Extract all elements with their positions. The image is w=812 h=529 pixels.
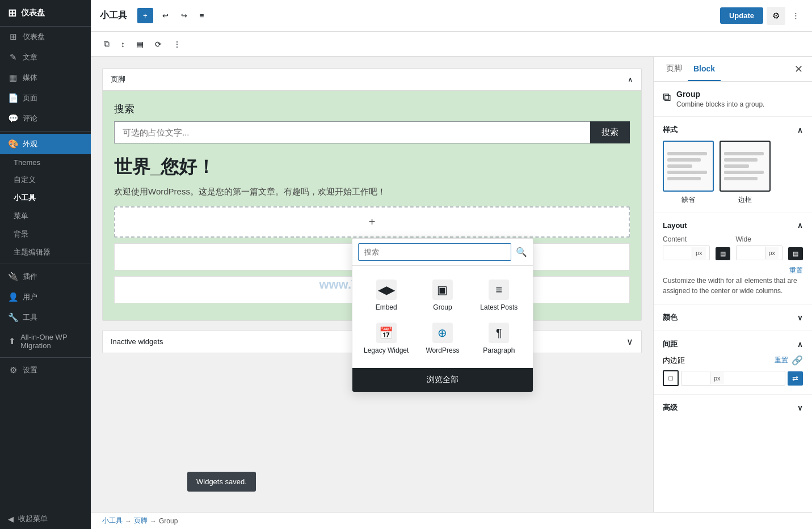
search-row: 搜索 [114, 121, 630, 143]
sidebar-item-plugins[interactable]: 🔌 插件 [0, 266, 91, 287]
sidebar-item-dashboard[interactable]: ⊞ 仪表盘 [0, 27, 91, 47]
inserter-item-wordpress[interactable]: ⊕ WordPress [414, 317, 470, 360]
sidebar-item-users[interactable]: 👤 用户 [0, 287, 91, 307]
sidebar-item-aio[interactable]: ⬆ All-in-One WP Migration [0, 328, 91, 355]
style-option-bordered[interactable]: 边框 [720, 141, 771, 205]
inserter-search-input[interactable] [358, 243, 511, 261]
collapse-menu-button[interactable]: ◀ 收起菜单 [0, 509, 91, 529]
style-toggle-icon[interactable]: ∧ [797, 126, 803, 134]
sidebar-item-appearance[interactable]: 🎨 外观 [0, 134, 91, 154]
spacing-input[interactable] [681, 371, 710, 385]
settings-button[interactable]: ⚙ [767, 7, 785, 25]
collapse-label: 收起菜单 [18, 514, 48, 524]
breadcrumb-sep-1: → [125, 517, 132, 525]
sidebar-item-posts[interactable]: ✎ 文章 [0, 47, 91, 67]
add-block-row[interactable]: + [114, 206, 630, 238]
redo-button[interactable]: ↪ [178, 8, 191, 23]
group-info: ⧉ Group Combine blocks into a group. [654, 82, 812, 117]
inserter-item-latest-posts[interactable]: ≡ Latest Posts [471, 274, 527, 317]
breadcrumb-item-widgets[interactable]: 小工具 [102, 516, 123, 526]
submenu-item-theme-editor[interactable]: 主题编辑器 [8, 243, 91, 261]
tab-block[interactable]: Block [688, 57, 721, 81]
spacing-input-group: px [681, 371, 785, 386]
content-label: Content [663, 235, 710, 243]
more-options-button[interactable]: ⋮ [789, 8, 803, 23]
main-area: 小工具 + ↩ ↪ ≡ Update ⚙ ⋮ ⧉ ↕ ▤ [91, 0, 812, 529]
color-toggle-icon[interactable]: ∨ [797, 314, 803, 322]
latest-posts-label: Latest Posts [480, 303, 518, 311]
update-button[interactable]: Update [720, 7, 763, 24]
chevron-up-icon[interactable]: ∧ [628, 75, 633, 84]
sidebar-divider [0, 131, 91, 132]
content-area: 页脚 ∧ 搜索 搜索 世界_您好！ 欢迎使用WordPress。这是您的第一篇文 [91, 57, 812, 512]
add-block-button[interactable]: + [137, 8, 153, 23]
appearance-submenu: Themes 自定义 小工具 菜单 背景 主题编辑器 [0, 154, 91, 261]
submenu-label: 主题编辑器 [14, 248, 51, 256]
chevron-down-icon[interactable]: ∨ [626, 336, 633, 347]
submenu-item-widgets[interactable]: 小工具 [8, 189, 91, 207]
breadcrumb-item-footer[interactable]: 页脚 [134, 516, 148, 526]
group-title: Group [676, 90, 764, 99]
collapse-icon: ◀ [8, 515, 14, 523]
tab-page[interactable]: 页脚 [660, 57, 688, 82]
content-align-button[interactable]: ▤ [716, 247, 730, 260]
settings-icon: ⚙ [8, 365, 18, 375]
search-submit-button[interactable]: 搜索 [590, 121, 630, 143]
sidebar-logo[interactable]: ⊞ 仪表盘 [0, 0, 91, 27]
submenu-item-menu[interactable]: 菜单 [8, 207, 91, 225]
sidebar-item-media[interactable]: ▦ 媒体 [0, 67, 91, 88]
wide-label: Wide [736, 235, 783, 243]
spacing-link-button[interactable]: ⇄ [788, 371, 803, 386]
content-input-group: px [663, 246, 710, 260]
sidebar-item-label: 用户 [23, 292, 37, 302]
browse-all-button[interactable]: 浏览全部 [352, 368, 533, 392]
search-input[interactable] [114, 121, 590, 143]
tools-button[interactable]: ≡ [196, 8, 208, 23]
more-icon: ⋮ [173, 40, 181, 49]
sidebar-item-tools[interactable]: 🔧 工具 [0, 307, 91, 328]
submenu-label: 菜单 [14, 211, 28, 220]
users-icon: 👤 [8, 292, 18, 302]
layout-section: Layout ∧ Content px ▤ Wide [654, 213, 812, 304]
sidebar-item-comments[interactable]: 💬 评论 [0, 108, 91, 129]
undo-button[interactable]: ↩ [159, 8, 172, 23]
spacing-toggle-icon[interactable]: ∧ [797, 340, 803, 349]
reset-link[interactable]: 重置 [663, 266, 803, 276]
block-link-button[interactable]: ⧉ [100, 36, 113, 52]
content-input[interactable] [663, 246, 692, 260]
inserter-item-group[interactable]: ▣ Group [414, 274, 470, 317]
hello-heading: 世界_您好！ [114, 155, 630, 180]
panel-close-button[interactable]: ✕ [792, 61, 805, 78]
wide-input[interactable] [737, 246, 765, 260]
style-option-default[interactable]: 缺省 [663, 141, 714, 205]
top-toolbar: 小工具 + ↩ ↪ ≡ Update ⚙ ⋮ [91, 0, 812, 32]
inserter-item-paragraph[interactable]: ¶ Paragraph [471, 317, 527, 360]
preview-line [667, 152, 707, 155]
submenu-label: 背景 [14, 230, 28, 238]
block-align-button[interactable]: ▤ [132, 37, 148, 52]
submenu-item-customize[interactable]: 自定义 [8, 171, 91, 189]
widget-header: 页脚 ∧ [103, 69, 641, 91]
submenu-item-themes[interactable]: Themes [8, 154, 91, 171]
comments-icon: 💬 [8, 113, 18, 124]
spacing-reset-button[interactable]: 重置 [775, 356, 788, 365]
bordered-style-label: 边框 [738, 195, 752, 205]
inserter-item-legacy-widget[interactable]: 📅 Legacy Widget [358, 317, 414, 360]
layout-toggle-icon[interactable]: ∧ [797, 221, 803, 230]
inner-padding-label: 内边距 [663, 356, 685, 366]
appearance-icon: 🎨 [8, 139, 18, 149]
inserter-item-embed[interactable]: ◀▶ Embed [358, 274, 414, 317]
advanced-toggle-icon[interactable]: ∨ [797, 404, 803, 412]
link-icon[interactable]: 🔗 [792, 355, 803, 366]
footer-label: 页脚 [111, 74, 125, 84]
preview-line [667, 164, 692, 168]
submenu-item-background[interactable]: 背景 [8, 225, 91, 243]
sidebar-item-settings[interactable]: ⚙ 设置 [0, 360, 91, 380]
block-arrows-button[interactable]: ↕ [117, 37, 129, 52]
block-loop-button[interactable]: ⟳ [151, 37, 166, 52]
layout-row: Content px ▤ Wide px ▤ [663, 235, 803, 260]
block-toolbar: ⧉ ↕ ▤ ⟳ ⋮ [91, 32, 812, 57]
wide-align-button[interactable]: ▤ [788, 247, 803, 260]
block-more-button[interactable]: ⋮ [169, 37, 185, 52]
sidebar-item-pages[interactable]: 📄 页面 [0, 88, 91, 108]
